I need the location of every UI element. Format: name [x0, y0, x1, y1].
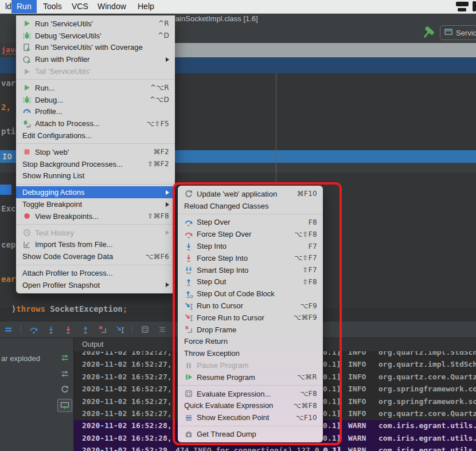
run-menu-separator: [16, 184, 175, 185]
step-over-icon[interactable]: [29, 325, 38, 335]
debug-submenu-item-label: Smart Step Into: [197, 266, 248, 274]
run-menu-item-debug[interactable]: Debug...^⌥D: [16, 94, 175, 106]
hot-swap-button[interactable]: [57, 399, 72, 412]
rollback-icon[interactable]: [59, 368, 71, 379]
log-level: WARN: [348, 446, 366, 451]
debug-submenu-item-update-web-application[interactable]: Update 'web' application⌘F10: [178, 188, 323, 200]
log-level: WARN: [348, 421, 366, 430]
panel-divider[interactable]: [73, 338, 74, 451]
profiler-icon: [22, 55, 32, 64]
run-menu-separator: [16, 265, 175, 265]
debug-submenu-item-force-step-into[interactable]: Force Step Into⌥⇧F7: [178, 252, 323, 264]
shortcut-label: ⌘F2: [154, 148, 169, 156]
debug-submenu-separator: [178, 214, 323, 214]
debug-submenu-item-reload-changed-classes[interactable]: Reload Changed Classes: [178, 200, 323, 212]
status-display-icon[interactable]: [456, 2, 469, 6]
run-menu-item-show-code-coverage-data[interactable]: Show Code Coverage Data⌥⌘F6: [16, 250, 175, 262]
muted-lines-icon[interactable]: [157, 325, 167, 335]
log-fragment: 474 INFO for connection(s) 127.0.0.1]: [175, 446, 342, 451]
submenu-arrow-icon: [166, 202, 169, 207]
run-menu-item-label: Debug...: [35, 96, 63, 104]
run-menu-item-label: Profile...: [35, 107, 63, 116]
code-fragment-exc: Exc: [1, 204, 15, 213]
debug-submenu-item-force-run-to-cursor[interactable]: Force Run to Cursor⌥⌘F9: [178, 312, 323, 324]
menubar-item-vcs[interactable]: VCS: [67, 0, 93, 13]
run-menu-item-run-with-profiler[interactable]: Run with Profiler: [16, 53, 175, 65]
debug-submenu-item-step-out-of-code-block[interactable]: Step Out of Code Block: [178, 288, 323, 300]
refresh-icon[interactable]: [59, 383, 71, 395]
debug-submenu-item-label: Force Run to Cursor: [197, 313, 264, 322]
force-step-into-icon[interactable]: [63, 325, 73, 335]
step-out-block-icon: [184, 289, 193, 299]
menubar-item-window[interactable]: Window: [92, 0, 131, 13]
log-address-fragment: 0.1]: [323, 397, 341, 406]
run-menu-item-run-serviceutils-with-coverage[interactable]: Run 'ServiceUtils' with Coverage: [16, 42, 175, 54]
run-menu-item-open-profiler-snapshot[interactable]: Open Profiler Snapshot: [16, 279, 175, 291]
exec-bars-icon[interactable]: [3, 325, 13, 335]
run-menu-item-profile[interactable]: Profile...: [16, 106, 175, 118]
run-menu-item-run[interactable]: Run...^⌥R: [16, 82, 175, 94]
run-menu-item-run-serviceutils[interactable]: Run 'ServiceUtils'^R: [16, 18, 175, 30]
run-menu-item-edit-configurations[interactable]: Edit Configurations...: [16, 130, 175, 142]
step-into-icon[interactable]: [46, 325, 56, 335]
run-menu-item-debugging-actions[interactable]: Debugging Actions: [16, 186, 175, 198]
submenu-arrow-icon: [166, 190, 169, 195]
run-menu-item-label: Test History: [35, 229, 74, 237]
run-menu-item-toggle-breakpoint[interactable]: Toggle Breakpoint: [16, 198, 175, 210]
resume-icon: [184, 372, 193, 382]
run-menu-item-attach-to-process[interactable]: Attach to Process...⌥⇧F5: [16, 117, 175, 130]
toolbar-separator: [21, 325, 21, 334]
debug-submenu-item-throw-exception[interactable]: Throw Exception: [178, 347, 323, 359]
service-run-config-button[interactable]: Service: [440, 25, 476, 40]
force-step-over-icon: [184, 230, 193, 239]
run-menu-item-attach-profiler-to-process[interactable]: Attach Profiler to Process...: [16, 267, 175, 279]
debug-submenu-item-quick-evaluate-expression[interactable]: Quick Evaluate Expression⌥⌘F8: [178, 400, 323, 412]
debug-submenu-item-force-step-over[interactable]: Force Step Over⌥⇧F8: [178, 228, 323, 240]
drop-frame-icon[interactable]: [97, 325, 107, 335]
debug-submenu-item-step-over[interactable]: Step OverF8: [178, 217, 323, 229]
evaluate-icon: [184, 389, 193, 398]
run-menu-item-label: Stop 'web': [35, 148, 69, 156]
submenu-arrow-icon: [166, 57, 169, 62]
debug-submenu-item-resume-program[interactable]: Resume Program⌥⌘R: [178, 371, 323, 383]
debug-submenu-item-show-execution-point[interactable]: Show Execution Point⌥F10: [178, 411, 323, 423]
run-menu-item-stop-background-processes[interactable]: Stop Background Processes...⇧⌘F2: [16, 158, 175, 170]
run-menu-item-stop-web[interactable]: Stop 'web'⌘F2: [16, 146, 175, 158]
status-partial-icon[interactable]: [473, 1, 476, 11]
output-tab[interactable]: Output: [82, 340, 104, 348]
debug-submenu-item-get-thread-dump[interactable]: Get Thread Dump: [178, 428, 323, 440]
submenu-arrow-icon: [166, 230, 169, 235]
debug-submenu-item-step-out[interactable]: Step Out⇧F8: [178, 276, 323, 288]
debug-submenu-item-label: Resume Program: [197, 373, 255, 382]
debug-submenu-item-evaluate-expression[interactable]: Evaluate Expression...⌥F8: [178, 388, 323, 400]
debug-submenu-item-force-return[interactable]: Force Return: [178, 336, 323, 348]
debug-submenu-item-drop-frame[interactable]: Drop Frame: [178, 324, 323, 336]
menubar-item-tools[interactable]: Tools: [38, 0, 67, 13]
menubar-item-run[interactable]: Run: [11, 0, 37, 13]
run-menu-item-show-running-list[interactable]: Show Running List: [16, 170, 175, 182]
run-menu-item-debug-serviceutils[interactable]: Debug 'ServiceUtils'^D: [16, 30, 175, 42]
run-menu-item-view-breakpoints[interactable]: View Breakpoints...⇧⌘F8: [16, 210, 175, 222]
debugging-actions-submenu: Update 'web' application⌘F10Reload Chang…: [178, 186, 323, 442]
debug-submenu-item-label: Run to Cursor: [197, 301, 243, 310]
run-menu-item-import-tests-from-file[interactable]: Import Tests from File...: [16, 239, 175, 251]
debug-submenu-item-run-to-cursor[interactable]: Run to Cursor⌥F9: [178, 300, 323, 312]
log-address-fragment: 0.1]: [323, 421, 341, 430]
debug-submenu-item-step-into[interactable]: Step IntoF7: [178, 240, 323, 252]
debug-submenu-item-label: Step Over: [197, 218, 231, 226]
run-menu-item-label: Run...: [35, 84, 55, 92]
shortcut-label: ⌥F8: [301, 390, 317, 398]
run-to-cursor-icon[interactable]: [115, 325, 124, 335]
build-hammer-icon[interactable]: [422, 25, 435, 42]
deploy-icon[interactable]: [59, 352, 71, 363]
menubar-item-help[interactable]: Help: [132, 0, 159, 13]
debug-submenu-item-label: Step Out of Code Block: [197, 289, 275, 298]
debug-submenu-item-smart-step-into[interactable]: Smart Step Into⇧F7: [178, 264, 323, 276]
step-out-icon[interactable]: [80, 325, 90, 335]
evaluate-icon[interactable]: [140, 325, 150, 335]
debug-submenu-item-label: Update 'web' application: [197, 190, 277, 198]
debug-submenu-item-label: Reload Changed Classes: [184, 202, 268, 210]
code-fragment-pti: pti: [1, 127, 15, 136]
shortcut-label: ⌥⌘F8: [293, 402, 317, 410]
shortcut-label: ⌥⇧F7: [294, 254, 317, 262]
